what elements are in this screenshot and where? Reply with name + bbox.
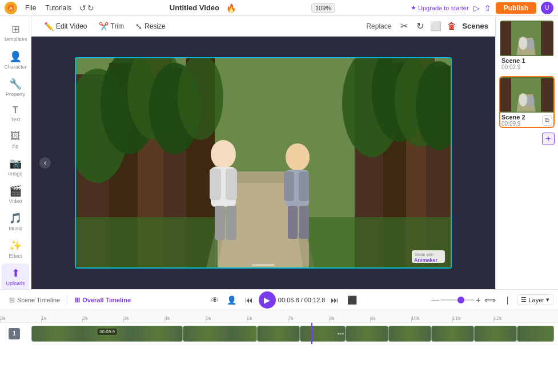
expand-btn[interactable]: ⟺ bbox=[483, 293, 497, 307]
clip-duration-1: 00:09.9 bbox=[97, 329, 117, 335]
sidebar-item-music[interactable]: 🎵 Music bbox=[2, 209, 29, 235]
add-scene-button[interactable]: + bbox=[542, 133, 555, 145]
eye-icon-btn[interactable]: 👁 bbox=[207, 293, 222, 307]
redo-button[interactable]: ↻ bbox=[87, 3, 94, 13]
playhead[interactable] bbox=[311, 323, 312, 344]
flip-icon-btn[interactable]: ⬜ bbox=[428, 18, 444, 34]
svg-point-25 bbox=[211, 140, 236, 169]
music-label: Music bbox=[9, 226, 22, 231]
image-label: Image bbox=[8, 171, 22, 177]
scroll-hint[interactable]: ‹ bbox=[39, 157, 51, 169]
zoom-minus[interactable]: — bbox=[431, 295, 439, 305]
scene-1-duration: 00:02.9 bbox=[501, 64, 525, 70]
ruler-mark-3: 3s bbox=[123, 315, 129, 321]
crop-icon-btn[interactable]: ✂ bbox=[396, 18, 412, 34]
edit-icon: ✏️ bbox=[44, 22, 54, 31]
ruler-line-9 bbox=[370, 318, 371, 322]
track-number: 1 bbox=[3, 323, 26, 344]
track-clip-1[interactable]: 00:09.9 bbox=[31, 326, 183, 342]
zoom-plus[interactable]: + bbox=[476, 295, 480, 305]
svg-text:A: A bbox=[9, 6, 13, 11]
ruler-mark-2: 2s bbox=[82, 315, 88, 321]
overall-tab-icon: ⊞ bbox=[74, 296, 80, 304]
sidebar-item-templates[interactable]: ⊞ Templates bbox=[2, 19, 29, 46]
rotate-icon-btn[interactable]: ↻ bbox=[412, 18, 428, 34]
ruler-mark-6: 6s bbox=[247, 315, 252, 321]
ruler-mark-12: 12s bbox=[493, 315, 502, 321]
user-avatar[interactable]: U bbox=[541, 2, 553, 14]
sidebar-item-character[interactable]: 👤 Character bbox=[2, 47, 29, 73]
ruler-line-3 bbox=[123, 318, 124, 322]
tool-bar: ✏️ Edit Video ✂️ Trim ⤡ Resize Replace ✂… bbox=[31, 16, 495, 37]
play-button[interactable]: ▶ bbox=[259, 291, 276, 309]
upgrade-button[interactable]: ★ Upgrade to starter bbox=[411, 4, 469, 11]
current-time: 00:06.8 / 00:12.8 bbox=[278, 297, 326, 303]
app-logo[interactable]: A bbox=[5, 2, 17, 14]
video-title[interactable]: Untitled Video bbox=[170, 3, 219, 12]
scenes-label: Scenes bbox=[462, 22, 488, 30]
sidebar-item-video[interactable]: 🎬 Video bbox=[2, 181, 29, 207]
scene-card-1[interactable]: Scene 1 00:02.9 bbox=[499, 19, 555, 71]
sidebar-item-text[interactable]: T Text bbox=[2, 102, 29, 126]
skip-forward-btn[interactable]: ⏭ bbox=[327, 293, 342, 307]
edit-video-button[interactable]: ✏️ Edit Video bbox=[38, 19, 93, 33]
sidebar-item-property[interactable]: 🔧 Property bbox=[2, 74, 29, 101]
timeline-ruler: 0s1s2s3s4s5s6s7s8s9s10s11s12s bbox=[0, 310, 558, 323]
video-icon: 🎬 bbox=[9, 185, 22, 197]
main-area: ⊞ Templates 👤 Character 🔧 Property T Tex… bbox=[0, 16, 558, 289]
track-clip-5[interactable] bbox=[346, 326, 388, 342]
skip-back-btn[interactable]: ⏮ bbox=[242, 293, 256, 307]
zoom-thumb bbox=[457, 297, 464, 303]
scene-card-2[interactable]: Scene 2 00:09.9 ⧉ bbox=[499, 76, 555, 128]
track-clip-3[interactable] bbox=[257, 326, 300, 342]
svg-rect-47 bbox=[500, 78, 511, 112]
publish-button[interactable]: Publish bbox=[496, 2, 536, 14]
preview-icon[interactable]: ▷ bbox=[473, 3, 480, 13]
track-clip-2[interactable] bbox=[183, 326, 257, 342]
zoom-slider[interactable] bbox=[440, 299, 475, 301]
menu-file[interactable]: File bbox=[22, 3, 39, 13]
track-clip-7[interactable] bbox=[431, 326, 474, 342]
track-clip-4[interactable] bbox=[300, 326, 346, 342]
track-clip-6[interactable] bbox=[388, 326, 431, 342]
layer-icon: ☰ bbox=[521, 296, 527, 303]
video-canvas-svg: Made with Animaker bbox=[75, 57, 452, 269]
ruler-mark-0: 0s bbox=[0, 315, 6, 321]
track-clip-9[interactable] bbox=[517, 326, 554, 342]
svg-point-31 bbox=[286, 143, 310, 171]
video-label: Video bbox=[9, 198, 22, 204]
replace-button[interactable]: Replace bbox=[366, 22, 391, 30]
ruler-line-4 bbox=[164, 318, 165, 322]
undo-button[interactable]: ↺ bbox=[79, 3, 86, 13]
timeline-tracks: 1 00:09.9 bbox=[0, 323, 558, 392]
share-icon[interactable]: ⇧ bbox=[484, 3, 491, 13]
resize-button[interactable]: ⤡ Resize bbox=[130, 19, 171, 33]
top-menu: File Tutorials bbox=[22, 3, 75, 13]
sidebar-item-effect[interactable]: ✨ Effect bbox=[2, 236, 29, 262]
caption-btn[interactable]: ⬛ bbox=[344, 293, 359, 307]
delete-icon-btn[interactable]: 🗑 bbox=[444, 18, 460, 34]
scene-copy-button[interactable]: ⧉ bbox=[542, 115, 552, 126]
track-clip-8[interactable] bbox=[474, 326, 517, 342]
sidebar-item-uploads[interactable]: ⬆ Uploads bbox=[2, 263, 29, 289]
overall-timeline-tab[interactable]: ⊞ Overall Timeline bbox=[70, 294, 135, 306]
scene-2-name: Scene 2 bbox=[501, 114, 525, 121]
undo-redo-group: ↺ ↻ bbox=[79, 3, 94, 13]
ruler-line-7 bbox=[288, 318, 288, 322]
svg-rect-27 bbox=[210, 169, 221, 200]
ruler-mark-9: 9s bbox=[370, 315, 376, 321]
scene-timeline-label: Scene Timeline bbox=[17, 297, 60, 303]
sidebar-item-image[interactable]: 📷 Image bbox=[2, 154, 29, 180]
resize-handle[interactable] bbox=[252, 264, 275, 266]
scenes-panel: Scene 1 00:02.9 Scene 2 bbox=[495, 16, 558, 289]
layer-button[interactable]: ☰ Layer ▾ bbox=[517, 294, 553, 305]
svg-rect-23 bbox=[75, 217, 218, 269]
sidebar-item-bg[interactable]: 🖼 Bg bbox=[2, 127, 29, 153]
separator: | bbox=[500, 293, 515, 307]
zoom-level[interactable]: 109% bbox=[311, 3, 335, 13]
menu-tutorials[interactable]: Tutorials bbox=[42, 3, 75, 13]
person-icon-btn[interactable]: 👤 bbox=[224, 293, 239, 307]
trim-button[interactable]: ✂️ Trim bbox=[93, 19, 130, 33]
canvas-area: ‹ bbox=[31, 37, 495, 289]
scene-timeline-tab[interactable]: ⊟ Scene Timeline bbox=[5, 294, 65, 306]
